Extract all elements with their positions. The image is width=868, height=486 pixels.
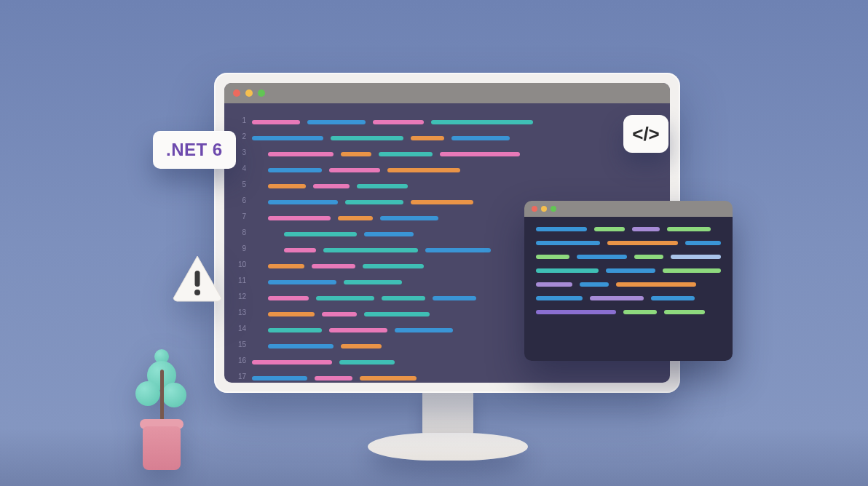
- code-token: [536, 227, 587, 231]
- code-line: [536, 227, 721, 231]
- plant-decoration: [133, 332, 191, 470]
- line-number: 7: [224, 209, 246, 225]
- secondary-editor-titlebar: [524, 201, 733, 217]
- code-token: [329, 168, 380, 172]
- code-token: [323, 248, 418, 252]
- code-icon: </>: [632, 123, 660, 146]
- code-token: [268, 200, 338, 204]
- code-token: [268, 168, 322, 172]
- code-token: [329, 328, 387, 332]
- traffic-light-zoom-icon: [258, 89, 265, 97]
- code-token: [590, 296, 644, 300]
- traffic-light-minimize-icon: [245, 89, 253, 97]
- code-token: [268, 264, 304, 268]
- code-token: [411, 200, 473, 204]
- code-token: [268, 296, 309, 300]
- code-token: [357, 184, 408, 188]
- code-line: [536, 241, 721, 245]
- dotnet-badge-label: .NET 6: [166, 140, 223, 159]
- dotnet-badge: .NET 6: [153, 131, 236, 169]
- code-line: [252, 178, 660, 194]
- code-token: [316, 296, 374, 300]
- secondary-editor-window: [524, 201, 733, 361]
- code-token: [536, 296, 583, 300]
- code-line: [536, 296, 721, 300]
- code-token: [433, 296, 476, 300]
- line-number: 10: [224, 257, 246, 273]
- code-token: [606, 268, 655, 273]
- code-line: [252, 114, 660, 130]
- code-token: [322, 312, 357, 316]
- line-number: 13: [224, 305, 246, 321]
- code-token: [440, 152, 520, 156]
- code-token: [307, 120, 366, 124]
- code-token: [379, 152, 433, 156]
- code-token: [536, 282, 572, 287]
- code-token: [339, 360, 395, 364]
- code-token: [411, 136, 444, 140]
- code-token: [252, 376, 307, 381]
- code-token: [268, 216, 331, 220]
- code-line: [252, 146, 660, 162]
- code-token: [363, 264, 424, 268]
- code-line: [536, 310, 721, 314]
- code-token: [360, 376, 417, 381]
- code-token: [685, 241, 721, 245]
- code-token: [425, 248, 491, 252]
- code-token: [395, 328, 453, 332]
- line-number: 12: [224, 289, 246, 305]
- code-token: [380, 216, 438, 220]
- code-line: [536, 268, 721, 273]
- secondary-code-lines: [524, 217, 733, 361]
- code-token: [667, 227, 711, 231]
- traffic-light-minimize-icon: [541, 206, 547, 212]
- code-token: [373, 120, 424, 124]
- line-number: 16: [224, 353, 246, 369]
- code-token: [671, 255, 721, 259]
- line-number: 14: [224, 321, 246, 337]
- code-token: [382, 296, 425, 300]
- code-token: [623, 310, 657, 314]
- line-number: 11: [224, 273, 246, 289]
- code-icon-badge: </>: [623, 115, 668, 153]
- code-token: [344, 280, 402, 284]
- code-token: [345, 200, 403, 204]
- monitor-stand-neck: [422, 393, 473, 437]
- code-token: [331, 136, 403, 140]
- code-token: [312, 264, 355, 268]
- code-token: [607, 241, 679, 245]
- code-token: [632, 227, 660, 231]
- code-token: [536, 255, 569, 259]
- code-token: [663, 268, 721, 273]
- code-token: [536, 310, 616, 314]
- code-token: [284, 232, 357, 236]
- code-token: [268, 344, 334, 348]
- line-number: 17: [224, 369, 246, 383]
- code-token: [341, 344, 382, 348]
- code-line: [536, 255, 721, 259]
- traffic-light-close-icon: [532, 206, 537, 212]
- code-token: [338, 216, 373, 220]
- traffic-light-zoom-icon: [551, 206, 556, 212]
- code-token: [651, 296, 695, 300]
- code-line: [536, 282, 721, 287]
- code-token: [252, 120, 300, 124]
- code-token: [284, 248, 316, 252]
- code-token: [577, 255, 627, 259]
- code-token: [268, 184, 306, 188]
- code-line: [252, 162, 660, 178]
- code-token: [536, 268, 599, 273]
- code-line: [252, 130, 660, 146]
- line-number: 15: [224, 337, 246, 353]
- code-token: [313, 184, 350, 188]
- monitor-stand-base: [368, 433, 528, 461]
- code-line: [252, 370, 660, 383]
- main-editor-titlebar: [224, 83, 670, 103]
- code-token: [451, 136, 510, 140]
- code-token: [268, 312, 315, 316]
- code-token: [268, 328, 322, 332]
- line-number: 8: [224, 225, 246, 241]
- code-token: [252, 136, 323, 140]
- code-token: [252, 360, 332, 364]
- code-token: [268, 152, 334, 156]
